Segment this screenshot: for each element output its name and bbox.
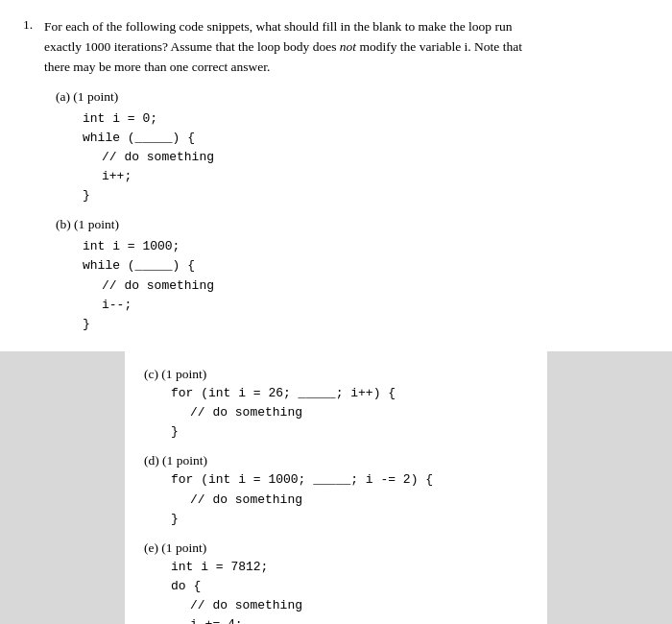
intro-line1: For each of the following code snippets,… [44, 19, 512, 34]
part-e: (e) (1 point) int i = 7812; do { // do s… [144, 540, 528, 624]
code-line: // do something [190, 596, 528, 615]
right-sidebar [547, 351, 672, 624]
intro-italic: not [340, 39, 356, 54]
question-block: 1. For each of the following code snippe… [23, 17, 649, 334]
code-line: // do something [190, 491, 528, 510]
part-e-code: int i = 7812; do { // do something i += … [171, 558, 528, 624]
part-d-code: for (int i = 1000; _____; i -= 2) { // d… [171, 470, 528, 528]
part-e-label: (e) (1 point) [144, 540, 528, 556]
code-line: do { [171, 577, 528, 596]
question-number: 1. [23, 17, 40, 334]
question-text: For each of the following code snippets,… [44, 17, 649, 334]
code-line: } [83, 186, 649, 205]
part-b: (b) (1 point) int i = 1000; while (_____… [56, 215, 649, 334]
code-line: } [83, 315, 649, 334]
code-line: i += 4; [190, 615, 528, 624]
part-d: (d) (1 point) for (int i = 1000; _____; … [144, 453, 528, 528]
part-d-label: (d) (1 point) [144, 453, 528, 468]
top-section: 1. For each of the following code snippe… [0, 0, 672, 351]
code-line: i++; [102, 167, 649, 186]
part-a: (a) (1 point) int i = 0; while (_____) {… [56, 87, 649, 206]
part-c-label: (c) (1 point) [144, 367, 528, 382]
code-line: while (_____) { [83, 256, 649, 276]
code-line: int i = 0; [83, 109, 649, 129]
part-a-code: int i = 0; while (_____) { // do somethi… [83, 109, 649, 206]
center-content: (c) (1 point) for (int i = 26; _____; i+… [125, 351, 547, 624]
code-line: // do something [190, 403, 528, 422]
bottom-row: (c) (1 point) for (int i = 26; _____; i+… [0, 351, 672, 624]
part-b-code: int i = 1000; while (_____) { // do some… [83, 237, 649, 334]
part-b-label: (b) (1 point) [56, 215, 649, 235]
intro-line2: exactly 1000 iterations? Assume that the… [44, 39, 340, 54]
part-c: (c) (1 point) for (int i = 26; _____; i+… [144, 367, 528, 442]
code-line: // do something [102, 148, 649, 167]
code-line: } [171, 422, 528, 442]
code-line: } [171, 510, 528, 529]
code-line: i--; [102, 296, 649, 315]
code-line: while (_____) { [83, 129, 649, 148]
page-container: 1. For each of the following code snippe… [0, 0, 672, 624]
left-sidebar [0, 351, 125, 624]
code-line: for (int i = 26; _____; i++) { [171, 384, 528, 403]
code-line: int i = 1000; [83, 237, 649, 256]
code-line: // do something [102, 276, 649, 296]
intro-line3: there may be more than one correct answe… [44, 60, 270, 74]
part-a-label: (a) (1 point) [56, 87, 649, 108]
code-line: for (int i = 1000; _____; i -= 2) { [171, 470, 528, 490]
code-line: int i = 7812; [171, 558, 528, 577]
part-c-code: for (int i = 26; _____; i++) { // do som… [171, 384, 528, 442]
intro-line2-end: modify the variable i. Note that [356, 39, 522, 54]
